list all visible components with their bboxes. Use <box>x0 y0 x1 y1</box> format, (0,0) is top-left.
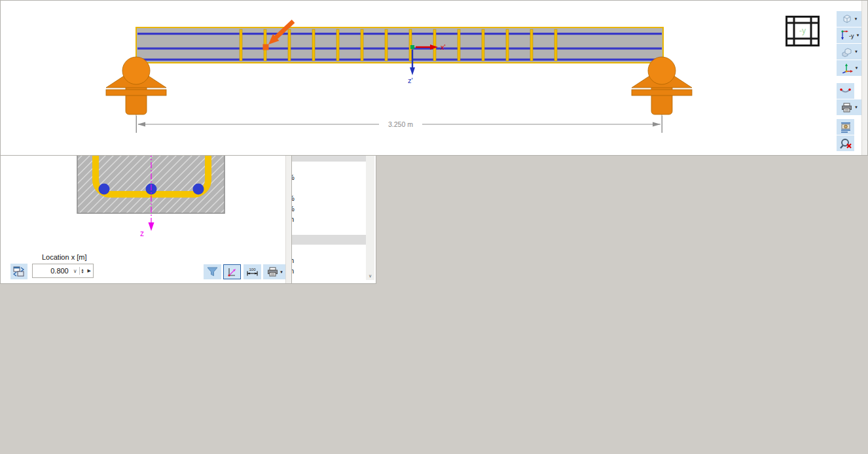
param-unit: % <box>283 193 366 203</box>
caret-down-icon: ▼ <box>280 270 283 274</box>
report-printer-icon <box>840 122 852 133</box>
location-x-select[interactable]: 0.800 ∨ ▴ ▾ ▶ <box>32 264 94 278</box>
param-unit: % <box>283 172 366 183</box>
z-axis-arrow <box>410 67 415 75</box>
dimension-arrow-left <box>137 122 145 127</box>
sync-views-button[interactable] <box>10 264 27 279</box>
view-cube-label: -y <box>799 26 806 35</box>
svg-text:100: 100 <box>249 268 256 271</box>
solid-model-icon <box>841 47 852 57</box>
result-curve-button[interactable] <box>837 83 854 99</box>
dimensions-display-button[interactable]: 100 <box>244 264 261 279</box>
view-direction-button[interactable]: -y ▼ <box>837 27 863 43</box>
chevron-down-icon[interactable]: ∨ <box>71 268 79 274</box>
param-unit: m <box>283 266 366 276</box>
play-icon[interactable]: ▶ <box>86 268 93 273</box>
beam-z-axis-label: z' <box>408 77 413 84</box>
caret-down-icon: ▼ <box>854 17 858 21</box>
beam-x-axis-label: x' <box>441 43 446 51</box>
beam-view-panel: x' z' 3.250 m -y <box>0 0 868 156</box>
wireframe-display-button[interactable]: ▼ <box>837 11 863 27</box>
view-orientation-widget[interactable]: -y <box>786 16 820 46</box>
filter-icon <box>207 267 218 277</box>
print-button[interactable]: ▼ <box>263 264 287 279</box>
member-origin-point <box>410 45 414 49</box>
location-x-value[interactable]: 0.800 <box>33 267 71 275</box>
display-mode-button[interactable]: ▼ <box>837 44 863 60</box>
caret-down-icon: ▼ <box>856 33 860 37</box>
zoom-cancel-icon <box>840 138 852 149</box>
location-x-label: Location x [m] <box>42 253 86 261</box>
dimension-lines-icon: 100 <box>246 267 259 277</box>
caret-down-icon: ▼ <box>854 105 858 109</box>
cube-icon <box>842 14 852 24</box>
spline-icon <box>840 86 851 96</box>
axes-display-icon <box>226 267 238 277</box>
svg-text:-y: -y <box>849 33 854 39</box>
printer-icon <box>267 267 278 277</box>
caret-down-icon: ▼ <box>854 50 858 54</box>
sync-views-icon <box>13 266 25 277</box>
coordinate-system-button[interactable]: ▼ <box>837 60 863 76</box>
filter-button[interactable] <box>204 264 221 279</box>
dimension-label: 3.250 m <box>388 120 413 128</box>
spin-down-icon[interactable]: ▾ <box>82 271 84 273</box>
print-report-button[interactable] <box>837 119 854 135</box>
scroll-down-icon[interactable]: ∨ <box>366 272 374 280</box>
application-window: Main Section Hinges Concrete Effective L… <box>0 0 868 454</box>
panel-edge <box>861 1 867 155</box>
view-direction-icon: -y <box>840 30 854 41</box>
zoom-reset-button[interactable] <box>837 135 854 151</box>
param-unit: m <box>283 255 366 266</box>
selection-marker <box>263 44 269 50</box>
location-spinner[interactable]: ▴ ▾ <box>80 268 86 273</box>
view-cube-icon: -y <box>786 16 820 46</box>
dimension-arrow-right <box>653 122 660 127</box>
axes-display-button[interactable] <box>223 264 241 279</box>
print-graphic-button[interactable]: ▼ <box>837 99 863 115</box>
beam-drawing: x' z' 3.250 m <box>1 1 868 156</box>
param-unit: % <box>283 203 366 214</box>
axes-triad-icon <box>841 63 853 73</box>
printer-icon <box>841 103 852 113</box>
param-unit: m <box>283 214 366 224</box>
caret-down-icon: ▼ <box>855 66 859 70</box>
z-axis-label: z <box>140 229 144 238</box>
z-axis-arrow <box>149 222 154 231</box>
